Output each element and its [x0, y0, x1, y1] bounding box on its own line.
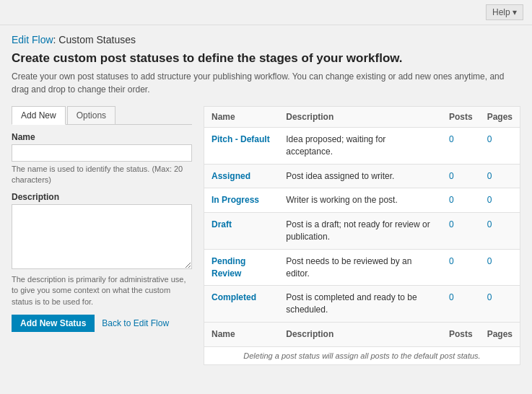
status-name-link[interactable]: Assigned	[212, 171, 250, 181]
description-hint: The description is primarily for adminis…	[12, 274, 192, 307]
table-row: CompletedPost is completed and ready to …	[204, 286, 520, 323]
table-row: In ProgressWriter is working on the post…	[204, 188, 520, 213]
table-header-row: Name Description Posts Pages	[204, 107, 520, 128]
page-heading: Create custom post statuses to define th…	[12, 51, 520, 66]
col-posts-header: Posts	[442, 107, 480, 128]
description-textarea[interactable]	[12, 204, 192, 269]
status-name-link[interactable]: In Progress	[212, 195, 259, 205]
page-title-row: Edit Flow: Custom Statuses	[12, 34, 520, 45]
back-to-edit-flow-link[interactable]: Back to Edit Flow	[102, 318, 169, 328]
content-row: Add New Options Name The name is used to…	[12, 106, 520, 365]
table-row: Pending ReviewPost needs to be reviewed …	[204, 249, 520, 286]
pages-count-link[interactable]: 0	[487, 134, 492, 144]
footer-col-pages: Pages	[480, 322, 520, 346]
edit-flow-link[interactable]: Edit Flow	[12, 34, 53, 45]
right-panel: Name Description Posts Pages Pitch - Def…	[204, 106, 520, 365]
page-description: Create your own post statuses to add str…	[12, 70, 520, 96]
pages-count-link[interactable]: 0	[487, 195, 492, 205]
button-row: Add New Status Back to Edit Flow	[12, 315, 192, 332]
pages-count-link[interactable]: 0	[487, 171, 492, 181]
posts-count-link[interactable]: 0	[449, 292, 454, 302]
col-description-header: Description	[279, 107, 442, 128]
posts-count-link[interactable]: 0	[449, 256, 454, 266]
page-wrapper: Help ▾ Edit Flow: Custom Statuses Create…	[0, 0, 532, 394]
status-description: Post needs to be reviewed by an editor.	[279, 249, 442, 286]
pages-count-link[interactable]: 0	[487, 256, 492, 266]
delete-note: Deleting a post status will assign all p…	[204, 347, 520, 365]
status-table: Name Description Posts Pages Pitch - Def…	[204, 106, 520, 347]
tab-add-new[interactable]: Add New	[12, 106, 66, 125]
posts-count-link[interactable]: 0	[449, 171, 454, 181]
status-name-link[interactable]: Draft	[212, 219, 232, 229]
col-pages-header: Pages	[480, 107, 520, 128]
help-button[interactable]: Help ▾	[486, 4, 523, 20]
table-row: DraftPost is a draft; not ready for revi…	[204, 213, 520, 250]
status-description: Post is a draft; not ready for review or…	[279, 213, 442, 250]
top-bar: Help ▾	[0, 0, 532, 25]
status-description: Post is completed and ready to be schedu…	[279, 286, 442, 323]
col-name-header: Name	[204, 107, 279, 128]
pages-count-link[interactable]: 0	[487, 219, 492, 229]
footer-col-posts: Posts	[442, 322, 480, 346]
status-description: Post idea assigned to writer.	[279, 164, 442, 188]
table-footer-row: Name Description Posts Pages	[204, 322, 520, 346]
title-separator: : Custom Statuses	[53, 34, 136, 45]
posts-count-link[interactable]: 0	[449, 219, 454, 229]
posts-count-link[interactable]: 0	[449, 195, 454, 205]
status-description: Writer is working on the post.	[279, 188, 442, 213]
name-label: Name	[12, 132, 192, 142]
status-name-link[interactable]: Pitch - Default	[212, 134, 270, 144]
footer-col-name: Name	[204, 322, 279, 346]
pages-count-link[interactable]: 0	[487, 292, 492, 302]
description-label: Description	[12, 192, 192, 202]
table-row: Pitch - DefaultIdea proposed; waiting fo…	[204, 128, 520, 165]
status-name-link[interactable]: Pending Review	[212, 256, 245, 279]
main-content: Edit Flow: Custom Statuses Create custom…	[0, 25, 532, 374]
footer-col-description: Description	[279, 322, 442, 346]
name-input[interactable]	[12, 144, 192, 162]
table-row: AssignedPost idea assigned to writer.00	[204, 164, 520, 188]
status-name-link[interactable]: Completed	[212, 292, 256, 302]
posts-count-link[interactable]: 0	[449, 134, 454, 144]
name-hint: The name is used to identify the status.…	[12, 164, 192, 186]
status-description: Idea proposed; waiting for acceptance.	[279, 128, 442, 165]
left-panel: Add New Options Name The name is used to…	[12, 106, 192, 365]
add-new-status-button[interactable]: Add New Status	[12, 315, 95, 332]
tab-options[interactable]: Options	[67, 106, 115, 124]
tabs: Add New Options	[12, 106, 192, 125]
